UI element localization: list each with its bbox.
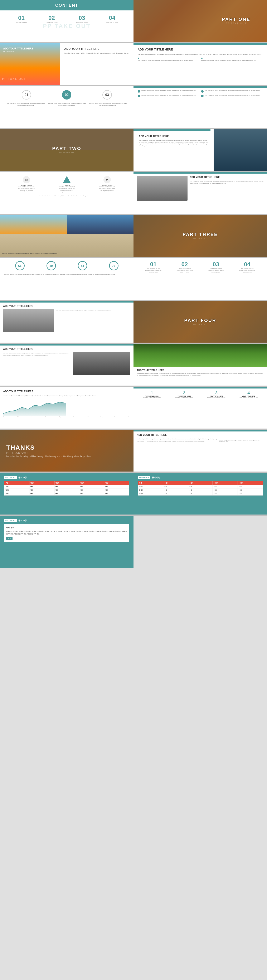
slide-15-big-2: 02 xyxy=(176,261,193,268)
col-h-5: 내용4 xyxy=(104,481,129,485)
slide-24-table: 구분 내용1 내용2 내용3 내용4 항목1내용내용내용내용 항목2내용내용내용… xyxy=(138,481,263,496)
cell24-3-4: 내용 xyxy=(213,492,238,496)
cell24-3-1: 항목3 xyxy=(138,492,163,496)
slide-part-four: PART FOUR PP TAKE OUT xyxy=(134,301,267,343)
slide-11-text: learn that Just for today I will live th… xyxy=(2,253,132,255)
slide-4-items: learn that Just for today I will live th… xyxy=(138,57,263,61)
row-11: THANKS PP TAKE OUT learn that Just for t… xyxy=(0,430,267,471)
slide-25-header: PPTTAKOUT 공지사항 xyxy=(4,519,129,522)
slide-14-metric-1: 61 xyxy=(15,261,25,272)
cell24-2-4: 내용 xyxy=(213,488,238,492)
slide-content-title: CONTENT xyxy=(55,3,78,8)
slide-14-circle-2: 80 xyxy=(46,261,56,270)
row-9: ADD YOUR TITTLE HERE learn that Just for… xyxy=(0,344,267,386)
slide-10-body: learn that Just for today I will live th… xyxy=(190,180,264,184)
slide-8-left: ADD YOUR TITTLE HERE learn that Just for… xyxy=(134,129,214,171)
cell24-1-1: 항목1 xyxy=(138,485,163,488)
slide-5-circle-3: 03 xyxy=(102,90,112,100)
slide-6-content: learn that Just for today I will live th… xyxy=(134,88,267,99)
slide-24-header-text: 공지사항 xyxy=(152,476,160,479)
slide-14-circle-3: 54 xyxy=(78,261,87,270)
row-5: ✉ OTHER TITLES learn that Just for today… xyxy=(0,172,267,214)
empty-space xyxy=(134,516,267,568)
slide-6-text-2: learn that Just for today I will live th… xyxy=(205,90,260,92)
slide-22-header xyxy=(134,430,267,431)
table-row: 항목2내용내용내용내용 xyxy=(5,488,129,492)
slide-15-big-3: 03 xyxy=(208,261,224,268)
slide-21-numtext-4: learn that Just for today I will live xyxy=(234,397,264,399)
slide-8: ADD YOUR TITTLE HERE learn that Just for… xyxy=(134,129,267,171)
slide-20-inner: ADD YOUR TITTLE HERE learn that Just for… xyxy=(0,387,134,421)
cell24-2-5: 내용 xyxy=(238,488,263,492)
slide-3: ADD YOUR TITTLE HERE PP TAKE OUT PP TAKE… xyxy=(0,43,134,85)
chart-area xyxy=(3,402,66,415)
slide-9-shape-3: ⚑ OTHER TITLES learn that Just for today… xyxy=(99,176,115,193)
x-label-mar: Mar xyxy=(31,416,33,417)
slide-9-footer-text: learn that Just for today I will live th… xyxy=(6,195,127,197)
cell-1-3: 내용 xyxy=(54,485,79,488)
slide-17-content: PART FOUR PP TAKE OUT xyxy=(184,318,216,326)
slide-22-text: Just for today I will live through this … xyxy=(137,438,217,443)
slide-21-big-2: 2 xyxy=(169,391,200,395)
slide-9-shape-2: FOURTH learn that Just for today I will … xyxy=(59,176,75,193)
slide-9-text-2: learn that Just for today I will live th… xyxy=(59,186,75,193)
slide-18-image xyxy=(73,352,130,375)
slide-23-table: 구분 내용1 내용2 내용3 내용4 항목1내용내용내용내용 항목2내용내용내용… xyxy=(4,481,129,496)
slide-21-header xyxy=(134,387,267,388)
slide-11-img-section xyxy=(0,215,134,234)
cell-1-1: 항목1 xyxy=(5,485,29,488)
row-7: 61 80 54 76 learn that Just for today I … xyxy=(0,258,267,300)
slide-23-logo: PPTTAKOUT xyxy=(4,476,17,479)
slide-4-header xyxy=(134,43,267,45)
cell-1-2: 내용 xyxy=(29,485,54,488)
slide-25-confirm-button[interactable]: 확인 xyxy=(6,537,13,540)
slide-6-text-3: learn that Just for today I will live th… xyxy=(141,94,196,96)
slide-25-inner: PPTTAKOUT 공지사항 변경 공고 내용을 입력하세요. 내용을 입력하세… xyxy=(0,516,134,546)
cell24-2-2: 내용 xyxy=(163,488,188,492)
slide-3-watermark: PP TAKE OUT xyxy=(2,77,26,81)
slide-14-metric-2: 80 xyxy=(46,261,56,272)
slide-16-body: learn that Just for today I will live th… xyxy=(56,309,130,332)
cell24-3-5: 내용 xyxy=(238,492,263,496)
slide-21-col-2: 2 YOUR TITLE HERE learn that Just for to… xyxy=(169,391,200,399)
row-13: PPTTAKOUT 공지사항 변경 공고 내용을 입력하세요. 내용을 입력하세… xyxy=(0,516,267,568)
slide-14-content: 61 80 54 76 learn that Just for today I … xyxy=(0,258,134,278)
slide-23-header-text: 공지사항 xyxy=(18,476,27,479)
col-h-4: 내용3 xyxy=(79,481,104,485)
col24-h-1: 구분 xyxy=(138,481,163,485)
slide-10-content: ADD YOUR TITTLE HERE learn that Just for… xyxy=(134,173,267,203)
slide-9-label-2: FOURTH xyxy=(59,185,75,186)
slide-6-check-3: learn that Just for today I will live th… xyxy=(138,94,199,97)
cell24-2-1: 항목2 xyxy=(138,488,163,492)
x-label-jan: Jan xyxy=(3,416,5,417)
row-1: CONTENT PP TAKE OUT 01 ADD TITLE HERE 02… xyxy=(0,0,267,42)
slide-19-body: Just for today I will live through this … xyxy=(137,372,264,376)
slide-16-title: ADD YOUR TITTLE HERE xyxy=(3,305,130,307)
slide-19: ADD YOUR TITTLE HERE Just for today I wi… xyxy=(134,344,267,386)
slide-25-button-area: 확인 xyxy=(6,537,127,540)
slide-6-icon-4 xyxy=(201,95,203,97)
slide-4-content: ADD YOUR TITTLE HERE learn that Just for… xyxy=(134,45,267,64)
part-two-label: PART TWO xyxy=(52,146,81,151)
slide-9-icon-1: ✉ xyxy=(23,176,30,183)
slide-18-layout: learn that Just for today I will live th… xyxy=(3,352,130,375)
slide-11-content: learn that Just for today I will live th… xyxy=(2,253,132,255)
part-one-label: PART ONE xyxy=(222,17,250,22)
slide-24-inner: PPTTAKOUT 공지사항 구분 내용1 내용2 내용3 내용4 항목1내용내… xyxy=(134,473,267,499)
slide-22-content: ADD YOUR TITTLE HERE Just for today I wi… xyxy=(134,431,267,445)
slide-8-body: learn that Just for today I will live th… xyxy=(139,139,208,147)
cell-3-3: 내용 xyxy=(54,492,79,496)
slide-21-numtext-1: learn that Just for today I will live xyxy=(137,397,167,399)
slide-4-dot-2 xyxy=(201,57,203,59)
slide-4-item-2: learn that Just for today I will live th… xyxy=(201,57,263,61)
slide-21-content: 1 YOUR TITLE HERE learn that Just for to… xyxy=(134,388,267,401)
cell-3-1: 항목3 xyxy=(5,492,29,496)
slide-10-header xyxy=(134,172,267,173)
slide-24-table-header: 구분 내용1 내용2 내용3 내용4 xyxy=(138,481,263,485)
slide-15-label-3: Just for today I will live through this … xyxy=(208,268,224,273)
slide-19-content: ADD YOUR TITTLE HERE Just for today I wi… xyxy=(134,367,267,386)
slide-20: ADD YOUR TITTLE HERE learn that Just for… xyxy=(0,387,134,428)
slide-10-image xyxy=(137,176,188,201)
slide-18-content: ADD YOUR TITTLE HERE learn that Just for… xyxy=(0,345,134,377)
x-label-jul: Jul xyxy=(87,416,89,417)
